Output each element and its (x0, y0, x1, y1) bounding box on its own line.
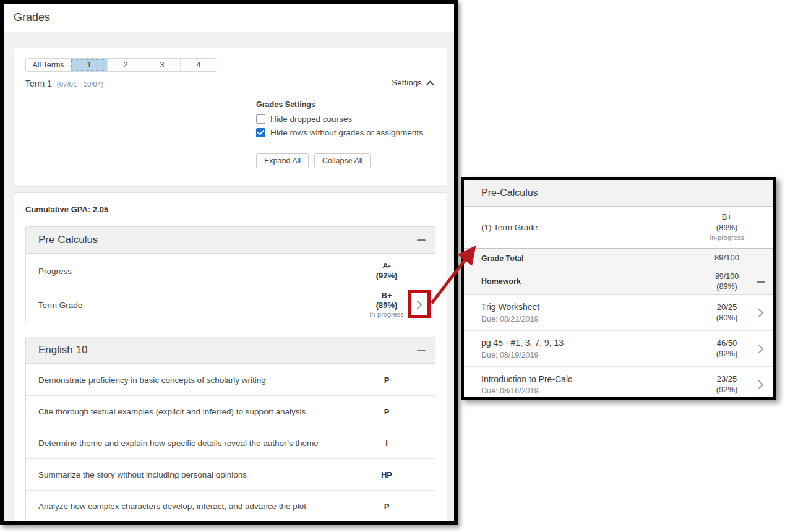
term-tabbar: All Terms 1 2 3 4 (25, 58, 217, 72)
assignment-due: Due: 08/16/2019 (481, 387, 572, 395)
assignment-score: 23/25 (92%) (705, 374, 749, 395)
progress-row: Progress A- (92%) (26, 254, 435, 288)
checkbox-label: Hide rows without grades or assignments (270, 128, 423, 137)
assignment-info: Trig Worksheet Due: 08/21/2019 (481, 302, 539, 324)
standard-row: Summarize the story without including pe… (26, 458, 435, 490)
assignment-name: pg 45 - #1, 3, 7, 9, 13 (481, 338, 564, 348)
tab-term-2[interactable]: 2 (107, 59, 144, 71)
category-value: 89/100 (89%) (705, 272, 749, 292)
grades-panel: Grades All Terms 1 2 3 4 Term 1(07/01 - … (0, 0, 458, 525)
standard-label: Summarize the story without including pe… (38, 470, 247, 479)
standard-row: Analyze how complex characters develop, … (26, 490, 435, 521)
checkbox-checked-icon[interactable] (256, 128, 265, 137)
assignment-row[interactable]: Introduction to Pre-Calc Due: 08/16/2019… (464, 367, 773, 400)
grades-settings-heading: Grades Settings (256, 100, 315, 109)
term-grade-value: B+ (89%) In-progress (705, 212, 749, 242)
standard-grade: HP (357, 470, 416, 479)
standard-row: Determine theme and explain how specific… (26, 427, 435, 458)
standard-label: Determine theme and explain how specific… (38, 439, 319, 448)
standard-label: Demonstrate proficiency in basic concept… (38, 375, 266, 385)
assignment-row[interactable]: Trig Worksheet Due: 08/21/2019 20/25 (80… (464, 295, 773, 331)
course-detail-panel: Pre-Calculus (1) Term Grade B+ (89%) In-… (461, 177, 776, 400)
chevron-right-icon[interactable] (749, 380, 773, 390)
course-card-pre-calculus: Pre Calculus Progress A- (92%) Term Grad… (25, 226, 435, 322)
courses-card: Cumulative GPA: 2.05 Pre Calculus Progre… (14, 192, 447, 521)
row-label: Term Grade (38, 301, 82, 310)
assignment-name: Trig Worksheet (481, 302, 539, 312)
grade-value: B+ (89%) In-progress (357, 291, 416, 319)
category-label: Homework (481, 277, 521, 286)
settings-toggle[interactable]: Settings (392, 78, 434, 87)
assignment-name: Introduction to Pre-Calc (481, 374, 572, 385)
assignment-score: 46/50 (92%) (705, 338, 749, 359)
expand-all-button[interactable]: Expand All (256, 153, 309, 168)
course-card-english-10: English 10 Demonstrate proficiency in ba… (25, 337, 435, 522)
assignment-due: Due: 08/19/2019 (481, 351, 564, 359)
chevron-right-icon[interactable] (749, 308, 773, 318)
course-name: Pre Calculus (38, 234, 98, 246)
grade-value: A- (92%) (357, 261, 416, 281)
settings-label: Settings (392, 78, 422, 87)
cumulative-gpa: Cumulative GPA: 2.05 (25, 205, 447, 214)
course-header[interactable]: Pre Calculus (26, 227, 435, 254)
checkbox-unchecked-icon[interactable] (256, 114, 265, 124)
tab-all-terms[interactable]: All Terms (26, 59, 71, 71)
standard-row: Demonstrate proficiency in basic concept… (26, 364, 435, 395)
grade-total-value: 89/100 (705, 253, 749, 264)
standard-grade: P (357, 407, 416, 416)
standard-grade: P (357, 502, 416, 511)
term-grade-label: (1) Term Grade (481, 223, 538, 232)
homework-category-row[interactable]: Homework 89/100 (89%) (464, 268, 773, 295)
course-header[interactable]: English 10 (26, 337, 435, 364)
page-title: Grades (4, 4, 454, 32)
minus-icon[interactable] (417, 350, 426, 351)
grade-total-row: Grade Total 89/100 (464, 249, 773, 268)
standard-label: Cite thorough textual examples (explicit… (38, 407, 306, 416)
hide-rows-without-grades-option[interactable]: Hide rows without grades or assignments (256, 128, 423, 137)
assignment-info: pg 45 - #1, 3, 7, 9, 13 Due: 08/19/2019 (481, 338, 564, 359)
assignment-due: Due: 08/21/2019 (481, 315, 539, 324)
standard-grade: P (357, 375, 416, 385)
term-date-range: (07/01 - 10/04) (57, 80, 103, 88)
assignment-info: Introduction to Pre-Calc Due: 08/16/2019 (481, 374, 572, 396)
tab-term-4[interactable]: 4 (180, 59, 217, 71)
course-name: English 10 (38, 344, 87, 356)
detail-course-title: Pre-Calculus (464, 180, 773, 207)
checkbox-label: Hide dropped courses (270, 114, 352, 124)
terms-settings-card: All Terms 1 2 3 4 Term 1(07/01 - 10/04) … (14, 48, 447, 186)
term-label: Term 1(07/01 - 10/04) (25, 79, 103, 88)
standard-grade: I (357, 439, 416, 448)
collapse-all-button[interactable]: Collapse All (314, 153, 371, 168)
hide-dropped-courses-option[interactable]: Hide dropped courses (256, 114, 352, 124)
grade-total-label: Grade Total (481, 254, 524, 263)
tab-term-1[interactable]: 1 (71, 59, 107, 71)
chevron-right-icon[interactable] (749, 344, 773, 354)
standard-label: Analyze how complex characters develop, … (38, 502, 306, 511)
tab-term-3[interactable]: 3 (144, 59, 180, 71)
detail-term-grade-row: (1) Term Grade B+ (89%) In-progress (464, 207, 773, 249)
minus-icon[interactable] (749, 281, 773, 283)
annotation-arrow (426, 240, 483, 309)
row-label: Progress (38, 267, 72, 276)
chevron-up-icon (426, 80, 434, 85)
term-grade-row[interactable]: Term Grade B+ (89%) In-progress (26, 288, 435, 322)
minus-icon[interactable] (417, 239, 426, 241)
term-name: Term 1 (25, 79, 52, 88)
assignment-score: 20/25 (80%) (705, 302, 749, 324)
assignment-row[interactable]: pg 45 - #1, 3, 7, 9, 13 Due: 08/19/2019 … (464, 331, 773, 367)
standard-row: Cite thorough textual examples (explicit… (26, 395, 435, 427)
